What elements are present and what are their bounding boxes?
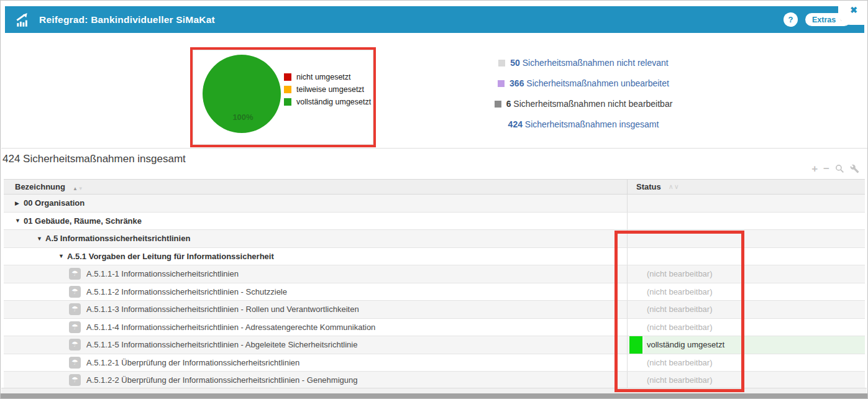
collapse-icon[interactable]: ▼ bbox=[58, 253, 67, 259]
table-row[interactable]: ☂A.5.1.1-4 Informationssicherheitsrichtl… bbox=[4, 319, 865, 337]
maturity-pie-panel: 100% nicht umgesetztteilweise umgesetztv… bbox=[193, 50, 373, 145]
extras-label: Extras bbox=[812, 16, 836, 24]
help-button[interactable]: ? bbox=[783, 12, 798, 27]
row-label-cell: ▶00 Organisation bbox=[4, 195, 627, 212]
legend-item: vollständig umgesetzt bbox=[284, 98, 371, 106]
wrench-icon[interactable] bbox=[850, 164, 859, 173]
row-status-label bbox=[644, 195, 865, 212]
column-label: Status bbox=[636, 182, 661, 191]
stat-count: 6 bbox=[506, 99, 511, 109]
measure-umbrella-icon: ☂ bbox=[69, 339, 81, 351]
section-divider bbox=[1, 148, 868, 149]
status-swatch-zone bbox=[628, 301, 644, 318]
row-label: A.5 Informationssicherheitsrichtlinien bbox=[45, 234, 190, 243]
row-label-cell: ☂A.5.1.2-2 Überprüfung der Informationss… bbox=[4, 372, 627, 389]
row-status-label bbox=[644, 213, 865, 230]
table-toolbar: + − bbox=[811, 164, 859, 173]
status-swatch-zone bbox=[628, 319, 644, 336]
stat-item[interactable]: 366 Sicherheitsmaßnahmen unbearbeitet bbox=[498, 78, 669, 88]
stat-swatch-icon bbox=[495, 101, 501, 108]
sort-asc-icon: ▲ bbox=[73, 186, 78, 191]
table-row[interactable]: ☂A.5.1.1-2 Informationssicherheitsrichtl… bbox=[4, 283, 865, 301]
stat-count: 50 bbox=[510, 58, 520, 68]
close-icon[interactable]: ✖ bbox=[850, 5, 857, 15]
row-status-label: (nicht bearbeitbar) bbox=[644, 319, 865, 336]
row-label: A.5.1.2-2 Überprüfung der Informationssi… bbox=[86, 375, 357, 385]
search-icon[interactable] bbox=[835, 164, 844, 173]
row-status-label: (nicht bearbeitbar) bbox=[644, 283, 865, 301]
row-status-label: (nicht bearbeitbar) bbox=[644, 372, 865, 389]
collapse-icon[interactable]: ▼ bbox=[15, 218, 24, 224]
column-header-status[interactable]: Status ∧∨ bbox=[627, 180, 865, 194]
stat-item[interactable]: 50 Sicherheitsmaßnahmen nicht relevant bbox=[498, 58, 668, 68]
status-swatch-zone bbox=[628, 283, 644, 301]
row-label-cell: ☂A.5.1.1-3 Informationssicherheitsrichtl… bbox=[4, 301, 627, 318]
row-status-label: (nicht bearbeitbar) bbox=[644, 301, 865, 318]
table-row[interactable]: ☂A.5.1.1-3 Informationssicherheitsrichtl… bbox=[4, 301, 865, 319]
row-status-cell bbox=[627, 213, 865, 230]
table-row[interactable]: ▼A.5.1 Vorgaben der Leitung für Informat… bbox=[4, 248, 865, 266]
row-label-cell: ☂A.5.1.1-2 Informationssicherheitsrichtl… bbox=[4, 283, 627, 301]
row-status-label bbox=[644, 248, 865, 265]
measure-umbrella-icon: ☂ bbox=[69, 374, 81, 386]
status-swatch-zone bbox=[628, 248, 644, 265]
table-row[interactable]: ☂A.5.1.2-1 Überprüfung der Informationss… bbox=[4, 354, 865, 372]
maturity-chart-icon bbox=[15, 11, 32, 28]
section-title: 424 Sicherheitsmaßnahmen insgesamt bbox=[2, 153, 186, 165]
row-label: A.5.1 Vorgaben der Leitung für Informati… bbox=[67, 252, 274, 261]
row-status-cell: (nicht bearbeitbar) bbox=[627, 283, 865, 301]
footer-strip bbox=[1, 388, 867, 393]
collapse-all-icon[interactable]: − bbox=[823, 165, 829, 173]
sort-desc-icon: ▼ bbox=[78, 186, 84, 191]
column-header-bezeichnung[interactable]: Bezeichnung ▲▼ bbox=[4, 181, 627, 193]
stat-count: 366 bbox=[509, 78, 524, 88]
page-title: Reifegrad: Bankindividueller SiMaKat bbox=[39, 14, 215, 25]
measure-umbrella-icon: ☂ bbox=[69, 303, 81, 315]
row-status-cell: (nicht bearbeitbar) bbox=[627, 265, 865, 283]
table-row[interactable]: ▼01 Gebäude, Räume, Schränke bbox=[4, 213, 865, 231]
status-swatch-zone bbox=[628, 195, 644, 212]
row-label-cell: ▼A.5 Informationssicherheitsrichtlinien bbox=[4, 230, 627, 247]
stat-label: Sicherheitsmaßnahmen nicht bearbeitbar bbox=[511, 99, 672, 109]
measures-table: Bezeichnung ▲▼ Status ∧∨ ▶00 Organisatio… bbox=[4, 179, 865, 390]
row-label: A.5.1.1-5 Informationssicherheitsrichtli… bbox=[86, 340, 357, 349]
row-label: A.5.1.1-3 Informationssicherheitsrichtli… bbox=[86, 305, 359, 314]
stat-swatch-icon bbox=[498, 80, 505, 87]
row-label: A.5.1.1-4 Informationssicherheitsrichtli… bbox=[86, 323, 375, 332]
stat-label: Sicherheitsmaßnahmen unbearbeitet bbox=[524, 78, 669, 88]
row-status-cell: (nicht bearbeitbar) bbox=[627, 301, 865, 318]
row-label: 00 Organisation bbox=[24, 198, 85, 208]
row-status-cell bbox=[627, 230, 865, 247]
table-header-row: Bezeichnung ▲▼ Status ∧∨ bbox=[4, 179, 865, 195]
app-window: Reifegrad: Bankindividueller SiMaKat ? E… bbox=[0, 0, 868, 399]
row-status-cell: (nicht bearbeitbar) bbox=[627, 354, 865, 372]
pie-percent-label: 100% bbox=[226, 112, 260, 122]
table-row[interactable]: ☂A.5.1.1-5 Informationssicherheitsrichtl… bbox=[4, 336, 865, 354]
table-row[interactable]: ☂A.5.1.2-2 Überprüfung der Informationss… bbox=[4, 372, 865, 390]
stat-label: Sicherheitsmaßnahmen nicht relevant bbox=[520, 58, 669, 68]
row-label: A.5.1.1-2 Informationssicherheitsrichtli… bbox=[86, 287, 287, 296]
row-status-label: (nicht bearbeitbar) bbox=[644, 354, 865, 372]
expand-icon[interactable]: ▶ bbox=[15, 200, 24, 206]
legend-label: vollständig umgesetzt bbox=[296, 98, 371, 106]
legend-swatch-icon bbox=[284, 73, 291, 81]
legend-item: nicht umgesetzt bbox=[284, 73, 371, 81]
row-status-cell bbox=[627, 195, 865, 212]
stat-item: 6 Sicherheitsmaßnahmen nicht bearbeitbar bbox=[495, 99, 673, 109]
table-row[interactable]: ☂A.5.1.1-1 Informationssicherheitsrichtl… bbox=[4, 265, 865, 283]
row-label-cell: ☂A.5.1.1-4 Informationssicherheitsrichtl… bbox=[4, 319, 627, 336]
row-status-cell: vollständig umgesetzt bbox=[627, 336, 865, 354]
legend-swatch-icon bbox=[284, 98, 291, 106]
table-row[interactable]: ▶00 Organisation bbox=[4, 195, 865, 213]
collapse-icon[interactable]: ▼ bbox=[37, 236, 45, 242]
legend-label: teilweise umgesetzt bbox=[296, 85, 364, 94]
row-label-cell: ☂A.5.1.2-1 Überprüfung der Informationss… bbox=[4, 354, 627, 372]
column-label: Bezeichnung bbox=[15, 182, 65, 191]
expand-all-icon[interactable]: + bbox=[811, 165, 818, 173]
stat-item[interactable]: 424 Sicherheitsmaßnahmen insgesamt bbox=[508, 119, 659, 129]
table-row[interactable]: ▼A.5 Informationssicherheitsrichtlinien bbox=[4, 230, 865, 248]
sort-icons: ▲▼ bbox=[73, 181, 84, 193]
status-swatch-zone bbox=[628, 354, 644, 372]
measure-umbrella-icon: ☂ bbox=[69, 286, 81, 298]
measure-umbrella-icon: ☂ bbox=[69, 268, 81, 280]
